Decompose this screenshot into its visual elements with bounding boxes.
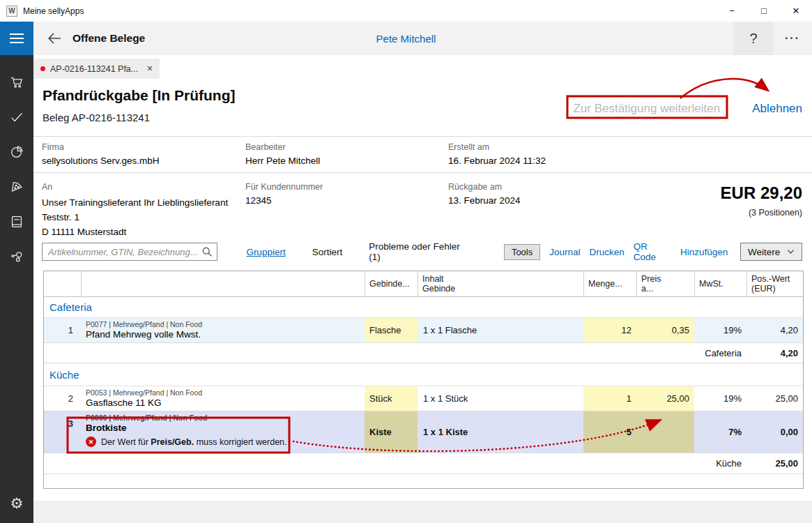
sidebar-item-journal[interactable] bbox=[0, 204, 33, 239]
col-gebinde: Gebinde... bbox=[365, 271, 418, 296]
back-arrow-icon bbox=[45, 30, 63, 47]
close-button[interactable]: ✕ bbox=[780, 0, 812, 22]
tab-label: AP-0216-113241 Pfa... bbox=[50, 64, 138, 74]
sidebar-item-tasks[interactable] bbox=[0, 100, 33, 135]
table-row[interactable]: 1 P0077 | Mehrweg/Pfand | Non Food Pfand… bbox=[44, 318, 803, 343]
book-icon bbox=[9, 214, 24, 229]
tab-close-icon[interactable]: ✕ bbox=[146, 64, 153, 73]
erstellt-am-value: 16. Februar 2024 11:32 bbox=[448, 156, 546, 166]
col-preis: Preisa... bbox=[636, 271, 694, 296]
col-mwst: MwSt. bbox=[694, 271, 746, 296]
pie-chart-icon bbox=[9, 144, 24, 160]
back-button[interactable] bbox=[40, 22, 68, 55]
sorted-toggle[interactable]: Sortiert bbox=[312, 247, 343, 257]
footer-bar bbox=[33, 501, 812, 523]
inhalt-cell: 1 x 1 Flasche bbox=[418, 318, 583, 342]
forward-for-confirmation-button[interactable]: Zur Bestätigung weiterleiten bbox=[567, 102, 726, 116]
col-pos-wert: Pos.-Wert(EUR) bbox=[746, 271, 803, 296]
search-icon bbox=[201, 246, 213, 257]
an-label: An bbox=[42, 182, 802, 192]
group-header-kueche[interactable]: Küche bbox=[44, 363, 803, 386]
user-name-link[interactable]: Pete Mitchell bbox=[376, 33, 436, 45]
menge-cell[interactable]: 12 bbox=[583, 318, 636, 342]
more-actions-button[interactable]: Weitere bbox=[740, 243, 802, 261]
fields-row-2: An Unser Trainingslieferant Ihr Liebling… bbox=[33, 173, 812, 237]
table-row[interactable]: 2 P0053 | Mehrweg/Pfand | Non Food Gasfl… bbox=[44, 386, 803, 411]
problems-filter[interactable]: Probleme oder Fehler (1) bbox=[369, 241, 473, 262]
sidebar-item-products[interactable] bbox=[0, 169, 33, 204]
erstellt-am-label: Erstellt am bbox=[448, 142, 546, 152]
mwst-cell: 19% bbox=[694, 386, 746, 411]
firma-label: Firma bbox=[42, 142, 802, 152]
preis-cell-invalid[interactable] bbox=[636, 411, 694, 453]
tab-strip: AP-0216-113241 Pfa... ✕ bbox=[33, 55, 812, 79]
grouped-toggle[interactable]: Gruppiert bbox=[246, 247, 285, 257]
subtotal-row-cafeteria: Cafeteria 4,20 bbox=[44, 343, 803, 363]
mwst-cell: 7% bbox=[694, 411, 746, 453]
more-options-button[interactable]: ··· bbox=[773, 22, 812, 55]
sidebar-item-reports[interactable] bbox=[0, 135, 33, 169]
window-titlebar: W Meine sellyApps − □ ✕ bbox=[0, 0, 812, 22]
hamburger-icon bbox=[10, 33, 24, 35]
print-link[interactable]: Drucken bbox=[590, 247, 625, 257]
kundennummer-label: Für Kundennummer bbox=[245, 182, 323, 192]
inhalt-cell: 1 x 1 Stück bbox=[418, 386, 583, 411]
total-amount: EUR 29,20 bbox=[721, 183, 802, 203]
menge-cell[interactable]: 5 bbox=[583, 411, 636, 453]
unsaved-dot-icon bbox=[40, 66, 45, 71]
article-name: Gasflasche 11 KG bbox=[86, 397, 162, 409]
add-link[interactable]: Hinzufügen bbox=[680, 247, 728, 257]
gebinde-cell[interactable]: Stück bbox=[365, 386, 418, 411]
tools-button[interactable]: Tools bbox=[504, 244, 540, 260]
search-input[interactable] bbox=[42, 243, 217, 261]
positions-count: (3 Positionen) bbox=[721, 208, 802, 218]
fields-row-1: Firma sellysolutions Serv.ges.mbH Bearbe… bbox=[33, 137, 812, 173]
pizza-icon bbox=[9, 179, 24, 195]
maximize-button[interactable]: □ bbox=[748, 0, 780, 22]
table-header-row: Gebinde... InhaltGebinde Menge... Preisa… bbox=[44, 271, 803, 297]
bearbeiter-value: Herr Pete Mitchell bbox=[245, 156, 320, 166]
firma-value: sellysolutions Serv.ges.mbH bbox=[42, 156, 802, 166]
sidebar: ⚙ bbox=[0, 55, 33, 523]
article-meta: P0077 | Mehrweg/Pfand | Non Food bbox=[86, 320, 202, 328]
journal-link[interactable]: Journal bbox=[549, 247, 580, 257]
gebinde-cell[interactable]: Kiste bbox=[365, 411, 418, 453]
group-header-cafeteria[interactable]: Cafeteria bbox=[44, 297, 803, 318]
col-inhalt-gebinde: InhaltGebinde bbox=[418, 271, 583, 296]
subtotal-row-kueche: Küche 25,00 bbox=[44, 453, 803, 474]
bearbeiter-label: Bearbeiter bbox=[245, 142, 320, 152]
gebinde-cell[interactable]: Flasche bbox=[365, 318, 418, 342]
an-value: Unser Trainingslieferant Ihr Lieblingsli… bbox=[42, 195, 802, 239]
pos-wert-cell: 25,00 bbox=[746, 386, 803, 411]
chevron-down-icon bbox=[787, 249, 795, 255]
preis-cell[interactable]: 0,35 bbox=[636, 318, 694, 342]
positions-table: Gebinde... InhaltGebinde Menge... Preisa… bbox=[43, 271, 804, 489]
article-name: Pfand Mehrweg volle Mwst. bbox=[86, 328, 201, 340]
table-row-selected[interactable]: 3 P0006 | Mehrweg/Pfand | Non Food Brotk… bbox=[44, 411, 803, 453]
hamburger-menu-button[interactable] bbox=[0, 22, 33, 55]
help-button[interactable]: ? bbox=[734, 22, 773, 55]
window-title: Meine sellyApps bbox=[23, 6, 84, 16]
mwst-cell: 19% bbox=[694, 318, 746, 342]
settings-button[interactable]: ⚙ bbox=[0, 490, 33, 517]
preis-cell[interactable]: 25,00 bbox=[636, 386, 694, 411]
menge-cell[interactable]: 1 bbox=[583, 386, 636, 411]
qr-code-link[interactable]: QR Code bbox=[634, 241, 671, 262]
reject-button[interactable]: Ablehnen bbox=[752, 102, 802, 116]
sidebar-item-cart[interactable] bbox=[0, 65, 33, 100]
check-icon bbox=[9, 109, 24, 125]
tab-document[interactable]: AP-0216-113241 Pfa... ✕ bbox=[33, 59, 160, 79]
col-menge: Menge... bbox=[583, 271, 636, 296]
inhalt-cell: 1 x 1 Kiste bbox=[418, 411, 583, 453]
app-header: Offene Belege Pete Mitchell ? ··· bbox=[0, 22, 812, 55]
error-icon: ✕ bbox=[86, 437, 96, 447]
sidebar-item-share[interactable] bbox=[0, 239, 33, 274]
pos-wert-cell: 4,20 bbox=[746, 318, 803, 342]
kundennummer-value: 12345 bbox=[245, 195, 323, 206]
content-area: AP-0216-113241 Pfa... ✕ Pfandrückgabe [I… bbox=[33, 55, 812, 523]
article-meta: P0006 | Mehrweg/Pfand | Non Food bbox=[86, 414, 207, 422]
minimize-button[interactable]: − bbox=[716, 0, 748, 22]
rueckgabe-am-value: 13. Februar 2024 bbox=[448, 195, 521, 206]
app-icon: W bbox=[6, 6, 17, 17]
row-error-message: ✕ Der Wert für Preis/Geb. muss korrigier… bbox=[86, 437, 287, 447]
